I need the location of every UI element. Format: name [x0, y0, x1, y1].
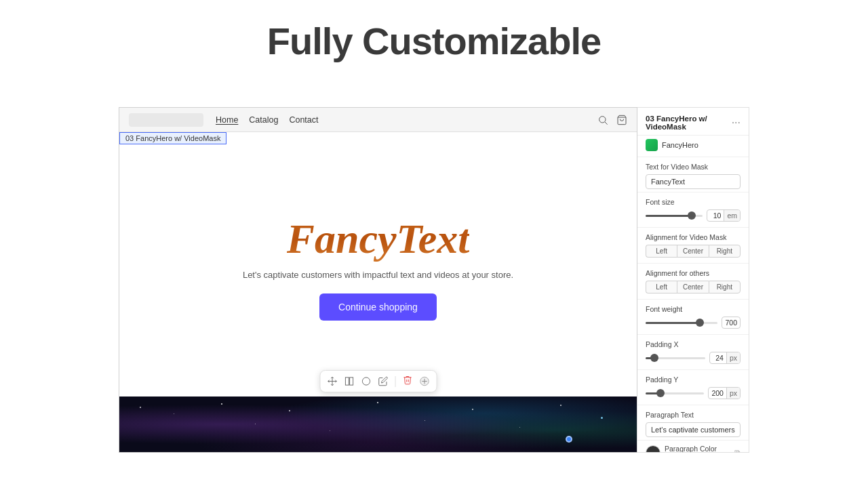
cart-icon[interactable]: [616, 115, 627, 125]
settings-app-row: FancyHero: [637, 136, 749, 157]
alignment-others-label: Alignment for others: [646, 269, 741, 277]
svg-point-7: [362, 378, 370, 385]
padding-y-value: 200: [709, 388, 726, 399]
padding-x-value: 24: [710, 352, 726, 363]
padding-x-row: 24 px: [646, 352, 741, 364]
paragraph-color-label: Paragraph Color: [665, 445, 730, 453]
move-icon[interactable]: [327, 376, 337, 386]
app-name: FancyHero: [662, 141, 698, 149]
font-weight-row: 700: [646, 317, 741, 329]
padding-y-label: Padding Y: [646, 375, 741, 384]
preview-content: FancyText Let's captivate customers with…: [119, 132, 637, 396]
nav-contact[interactable]: Contact: [289, 115, 318, 125]
font-weight-value-box: 700: [722, 317, 741, 329]
browser-nav: Home Catalog Contact: [119, 108, 637, 132]
nav-icons: [597, 115, 627, 125]
nav-links: Home Catalog Contact: [216, 115, 319, 125]
font-size-slider[interactable]: [646, 215, 703, 217]
font-weight-section: Font weight 700: [637, 300, 749, 335]
font-size-row: 10 em: [646, 209, 741, 222]
font-weight-slider[interactable]: [646, 322, 717, 324]
svg-rect-6: [349, 378, 353, 385]
color-picker-icon[interactable]: [419, 376, 429, 386]
padding-y-value-box: 200 px: [708, 387, 741, 399]
padding-y-unit: px: [726, 388, 740, 399]
paragraph-color-edit-icon[interactable]: ⧉: [734, 448, 741, 453]
nav-catalog[interactable]: Catalog: [249, 115, 278, 125]
align-left-button[interactable]: Left: [646, 245, 677, 258]
alignment-others-section: Alignment for others Left Center Right: [637, 264, 749, 300]
padding-x-label: Padding X: [646, 340, 741, 348]
toolbar-overlay: [319, 370, 437, 392]
others-align-left-button[interactable]: Left: [646, 281, 677, 293]
alignment-video-mask-group: Left Center Right: [646, 245, 741, 258]
alignment-video-mask-section: Alignment for Video Mask Left Center Rig…: [637, 228, 749, 264]
padding-y-section: Padding Y 200 px: [637, 370, 749, 405]
nav-home[interactable]: Home: [216, 115, 238, 125]
fancy-text: FancyText: [287, 215, 470, 263]
circle-icon[interactable]: [361, 376, 371, 386]
font-size-value-box: 10 em: [707, 209, 741, 222]
text-for-video-mask-section: Text for Video Mask: [637, 157, 749, 192]
alignment-others-group: Left Center Right: [646, 281, 741, 293]
app-icon: [646, 139, 658, 151]
align-center-button[interactable]: Center: [677, 245, 708, 258]
alignment-video-mask-label: Alignment for Video Mask: [646, 233, 741, 241]
paragraph-text-input[interactable]: [646, 422, 741, 437]
svg-rect-5: [345, 378, 349, 385]
paragraph-color-info: Paragraph Color #333333: [665, 445, 730, 453]
delete-button[interactable]: [402, 375, 412, 388]
others-align-center-button[interactable]: Center: [677, 281, 708, 293]
font-size-value: 10: [707, 210, 724, 221]
toolbar-divider: [395, 376, 395, 387]
preview-panel: Home Catalog Contact 03 FancyHero w/ Vid…: [119, 107, 637, 453]
text-for-video-mask-input[interactable]: [646, 174, 741, 189]
font-size-unit: em: [724, 210, 740, 221]
search-icon[interactable]: [597, 115, 608, 125]
padding-x-section: Padding X 24 px: [637, 335, 749, 370]
font-size-label: Font size: [646, 198, 741, 206]
blue-dot-indicator: [566, 436, 572, 443]
continue-shopping-button[interactable]: Continue shopping: [319, 293, 437, 321]
galaxy-section: [119, 396, 637, 452]
font-weight-label: Font weight: [646, 305, 741, 313]
settings-header: 03 FancyHero w/ VideoMask ···: [637, 108, 749, 136]
padding-y-slider[interactable]: [646, 392, 704, 394]
font-size-section: Font size 10 em: [637, 192, 749, 228]
svg-point-0: [599, 116, 606, 122]
settings-panel: 03 FancyHero w/ VideoMask ··· FancyHero …: [637, 107, 749, 453]
page-heading: Fully Customizable: [0, 0, 868, 78]
align-right-button[interactable]: Right: [709, 245, 741, 258]
settings-title: 03 FancyHero w/ VideoMask: [646, 115, 732, 131]
others-align-right-button[interactable]: Right: [709, 281, 741, 293]
main-container: Home Catalog Contact 03 FancyHero w/ Vid…: [119, 107, 749, 453]
address-bar: [129, 113, 203, 127]
font-weight-value: 700: [722, 317, 740, 328]
section-label: 03 FancyHero w/ VideoMask: [119, 132, 226, 144]
text-for-video-mask-label: Text for Video Mask: [646, 163, 741, 171]
paragraph-text-section: Paragraph Text: [637, 405, 749, 441]
padding-y-row: 200 px: [646, 387, 741, 399]
padding-x-slider[interactable]: [646, 357, 705, 359]
padding-x-value-box: 24 px: [709, 352, 741, 364]
paragraph-text-label: Paragraph Text: [646, 411, 741, 419]
paragraph-color-row: Paragraph Color #333333 ⧉: [637, 441, 749, 453]
more-options-button[interactable]: ···: [732, 117, 741, 129]
columns-icon[interactable]: [344, 376, 354, 386]
edit-icon[interactable]: [378, 376, 388, 386]
sub-text: Let's captivate customers with impactful…: [243, 270, 513, 280]
padding-x-unit: px: [726, 352, 740, 363]
paragraph-color-swatch[interactable]: [646, 445, 660, 453]
svg-line-1: [605, 122, 608, 125]
